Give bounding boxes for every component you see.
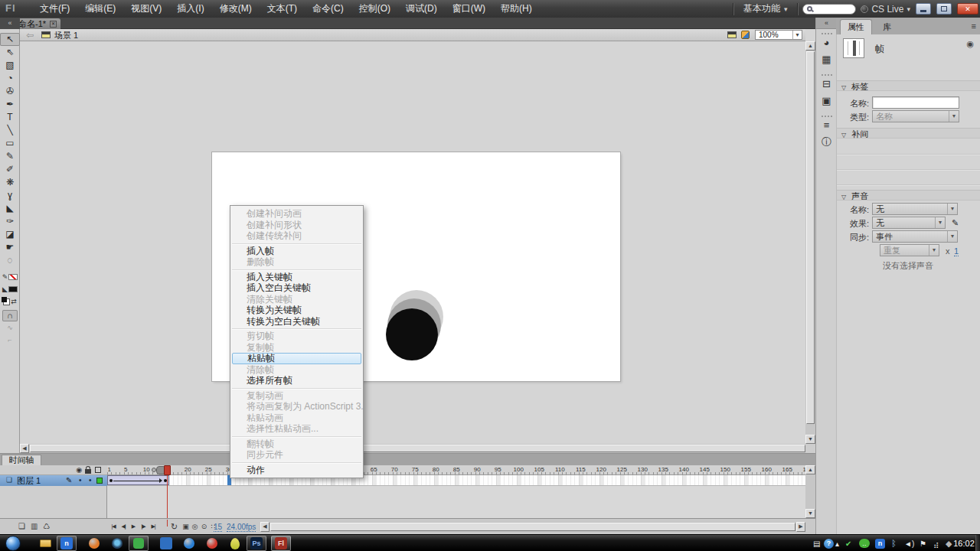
free-transform-tool[interactable]: ▧ bbox=[0, 59, 20, 72]
brush-tool[interactable]: ✐ bbox=[0, 163, 20, 176]
eyedropper-tool[interactable]: ✑ bbox=[0, 215, 20, 228]
menu-item-0[interactable]: 文件(F) bbox=[32, 0, 77, 18]
frame-rate-indicator[interactable]: 24.00fps bbox=[227, 523, 256, 532]
scroll-up-icon[interactable]: ▲ bbox=[805, 41, 815, 51]
snap-to-objects-button[interactable]: ∩ bbox=[2, 310, 18, 321]
panel-menu-icon[interactable]: ≡ bbox=[972, 21, 976, 31]
tab-timeline[interactable]: 时间轴 bbox=[2, 455, 41, 465]
menu-item-5[interactable]: 文本(T) bbox=[260, 0, 305, 18]
network-icon[interactable]: ⣴ bbox=[933, 537, 939, 549]
taskbar-red-player-button[interactable] bbox=[202, 536, 222, 551]
play-button[interactable]: ▶ bbox=[129, 521, 138, 532]
menu-item-6[interactable]: 命令(C) bbox=[305, 0, 351, 18]
fill-color-control[interactable]: ◣ bbox=[0, 283, 20, 295]
chevron-down-icon[interactable]: ▾ bbox=[792, 31, 802, 39]
layer-lock-dot[interactable]: • bbox=[89, 475, 92, 486]
keyframe-dot[interactable] bbox=[109, 479, 113, 482]
tools-panel-collapse-button[interactable]: « bbox=[0, 18, 20, 29]
help-icon[interactable]: ? bbox=[824, 537, 834, 549]
tab-close-icon[interactable]: ✕ bbox=[50, 21, 57, 28]
scroll-left-icon[interactable]: ◀ bbox=[260, 522, 270, 532]
stroke-color-swatch[interactable] bbox=[8, 274, 18, 280]
menu-item-10[interactable]: 帮助(H) bbox=[493, 0, 540, 18]
taskbar-blue-circle-button[interactable] bbox=[179, 536, 199, 551]
scroll-up-icon[interactable]: ▲ bbox=[805, 465, 815, 474]
step-forward-button[interactable]: |▶ bbox=[139, 521, 148, 532]
new-folder-icon[interactable]: ▥ bbox=[31, 522, 38, 530]
scroll-down-icon[interactable]: ▼ bbox=[805, 509, 815, 518]
info-panel-icon[interactable]: ⓘ bbox=[816, 134, 837, 151]
taskbar-flash-button[interactable]: Fl bbox=[271, 536, 291, 551]
3d-rotation-tool[interactable]: ◔ bbox=[0, 72, 20, 85]
layer-frames-row[interactable] bbox=[107, 475, 805, 486]
stage-vertical-scrollbar[interactable]: ▲ ▼ bbox=[805, 41, 815, 444]
pasteboard[interactable] bbox=[20, 41, 805, 444]
show-desktop-button[interactable] bbox=[975, 535, 980, 551]
scrollbar-thumb[interactable] bbox=[270, 523, 795, 531]
taskbar-egg-app-button[interactable] bbox=[225, 536, 245, 551]
context-menu-item[interactable]: 选择所有帧 bbox=[230, 375, 363, 386]
loop-icon[interactable]: ↻ bbox=[171, 522, 178, 532]
section-sound-header[interactable]: ▽ 声音 bbox=[837, 190, 980, 201]
taskbar-explorer-button[interactable] bbox=[35, 536, 55, 551]
timeline-horizontal-scrollbar[interactable]: ◀ ▶ bbox=[260, 522, 805, 532]
input-indicator-icon[interactable]: ◆ bbox=[946, 537, 952, 549]
sound-name-select[interactable]: 无 ▾ bbox=[872, 203, 958, 215]
rectangle-tool[interactable]: ▭ bbox=[0, 137, 20, 150]
sound-sync-select[interactable]: 事件 ▾ bbox=[872, 230, 958, 243]
action-center-icon[interactable]: ⚑ bbox=[920, 537, 926, 549]
taskbar-browser-orange-button[interactable] bbox=[84, 536, 104, 551]
section-label-header[interactable]: ▽ 标签 bbox=[837, 80, 980, 91]
swap-colors-icon[interactable]: ⇄ bbox=[11, 298, 17, 305]
step-back-button[interactable]: ◀| bbox=[119, 521, 128, 532]
menu-item-7[interactable]: 控制(O) bbox=[351, 0, 398, 18]
context-menu-item[interactable]: 动作 bbox=[230, 465, 363, 476]
taskbar-clock[interactable]: 16:02 bbox=[952, 535, 975, 551]
cs-live-button[interactable]: CS Live ▾ bbox=[861, 4, 910, 15]
lock-icon[interactable] bbox=[85, 469, 91, 474]
menu-item-1[interactable]: 编辑(E) bbox=[77, 0, 123, 18]
search-input[interactable] bbox=[802, 4, 856, 15]
show-hide-eye-icon[interactable]: ◉ bbox=[76, 466, 82, 474]
timeline-frames-area[interactable]: 1510152025303540455055606570758085909510… bbox=[107, 465, 805, 518]
layer-name[interactable]: 图层 1 bbox=[17, 475, 41, 486]
menu-item-2[interactable]: 视图(V) bbox=[123, 0, 169, 18]
stroke-color-control[interactable]: ✎ bbox=[0, 271, 20, 283]
dock-collapse-button[interactable]: « bbox=[816, 18, 837, 29]
go-to-first-frame-button[interactable]: |◀ bbox=[109, 521, 118, 532]
edit-symbols-icon[interactable] bbox=[741, 31, 750, 39]
taskbar-blue-app-button[interactable] bbox=[156, 536, 176, 551]
repeat-times-value[interactable]: 1 bbox=[954, 246, 959, 256]
color-panel-icon[interactable]: ◕ bbox=[816, 34, 837, 51]
text-tool[interactable]: T bbox=[0, 111, 20, 124]
library-panel-icon[interactable]: ▣ bbox=[816, 93, 837, 109]
layer-visibility-dot[interactable]: • bbox=[79, 475, 82, 486]
paint-bucket-tool[interactable]: ◣ bbox=[0, 202, 20, 215]
deco-tool[interactable]: ❋ bbox=[0, 176, 20, 189]
stage-horizontal-scrollbar[interactable]: ◀ bbox=[20, 444, 805, 453]
new-layer-icon[interactable]: ❏ bbox=[18, 522, 25, 530]
eraser-tool[interactable]: ◪ bbox=[0, 228, 20, 241]
scrollbar-thumb[interactable] bbox=[806, 51, 815, 424]
line-tool[interactable]: ╲ bbox=[0, 124, 20, 137]
stage-zoom-select[interactable]: 100% ▾ bbox=[755, 30, 802, 40]
outline-square-icon[interactable] bbox=[95, 467, 101, 473]
tween-span[interactable] bbox=[107, 475, 169, 485]
zoom-tool[interactable]: ◌ bbox=[0, 254, 20, 267]
scroll-down-icon[interactable]: ▼ bbox=[805, 435, 815, 444]
scrollbar-thumb[interactable] bbox=[30, 445, 805, 452]
context-menu-item[interactable]: 粘贴帧 bbox=[232, 353, 361, 364]
fill-color-swatch[interactable] bbox=[8, 286, 18, 292]
scroll-left-icon[interactable]: ◀ bbox=[20, 444, 29, 453]
back-arrow-icon[interactable]: ⇦ bbox=[26, 30, 34, 41]
edit-scene-icon[interactable] bbox=[727, 31, 737, 38]
bone-tool[interactable]: ɣ bbox=[0, 189, 20, 202]
menu-item-4[interactable]: 修改(M) bbox=[212, 0, 260, 18]
timeline-empty-area[interactable] bbox=[107, 486, 805, 518]
timeline-ruler[interactable]: 1510152025303540455055606570758085909510… bbox=[107, 465, 805, 475]
workspace-switcher-button[interactable]: 基本功能 ▾ bbox=[738, 2, 793, 16]
bluetooth-icon[interactable]: ᛒ bbox=[891, 537, 897, 549]
taskbar-photoshop-button[interactable]: Ps bbox=[247, 536, 266, 551]
align-panel-icon[interactable]: ⊟ bbox=[816, 76, 837, 93]
chevron-down-icon[interactable]: ▾ bbox=[947, 231, 957, 242]
